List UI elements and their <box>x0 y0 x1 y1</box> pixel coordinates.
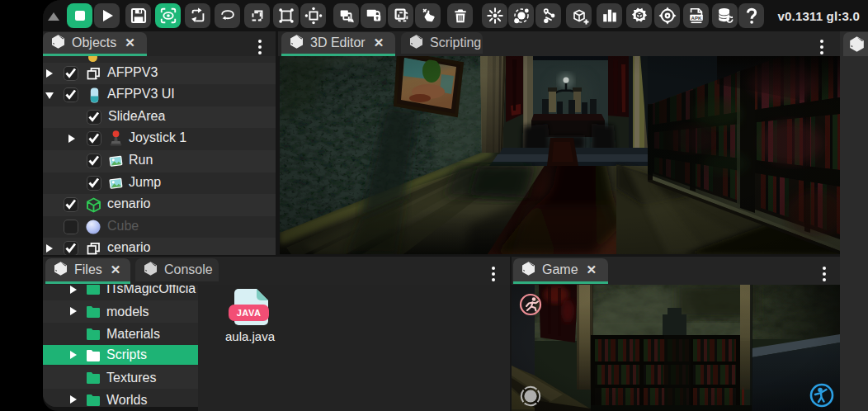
svg-text:APK: APK <box>691 16 701 21</box>
